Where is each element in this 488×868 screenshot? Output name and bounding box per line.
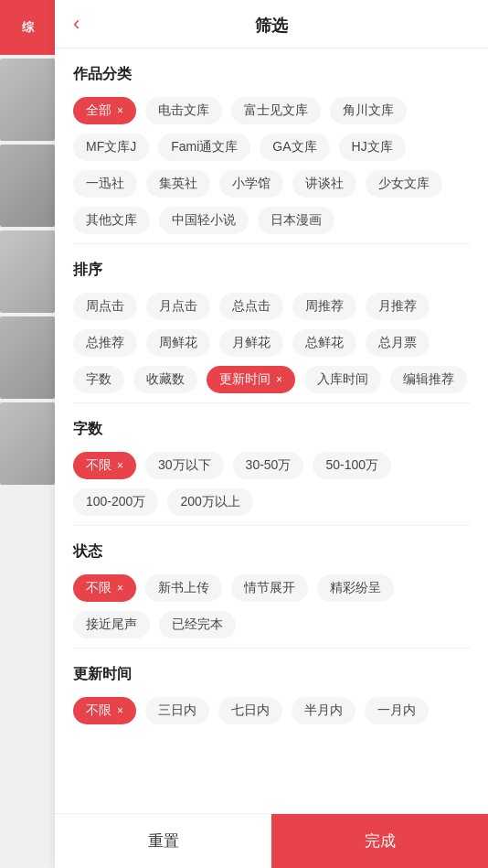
- tag-category-5[interactable]: Fami通文库: [158, 134, 250, 161]
- tag-category-7[interactable]: HJ文库: [339, 134, 406, 161]
- peek-tab-label: 综: [22, 19, 34, 36]
- tag-close-update_time-0[interactable]: ×: [117, 704, 123, 717]
- section-update_time: 更新时间不限×三日内七日内半月内一月内: [73, 648, 470, 734]
- tag-word_count-1[interactable]: 30万以下: [145, 452, 224, 479]
- tag-category-0[interactable]: 全部×: [73, 97, 136, 124]
- tag-sort-13[interactable]: 入库时间: [304, 366, 381, 393]
- tag-status-0[interactable]: 不限×: [73, 574, 136, 602]
- tags-container-update_time: 不限×三日内七日内半月内一月内: [73, 697, 470, 724]
- tag-category-4[interactable]: MF文库J: [73, 134, 149, 161]
- tag-sort-4[interactable]: 月推荐: [366, 293, 430, 320]
- tag-status-5[interactable]: 已经完本: [159, 611, 236, 638]
- tag-sort-5[interactable]: 总推荐: [73, 329, 137, 357]
- page-title: 筛选: [73, 15, 470, 37]
- tag-word_count-2[interactable]: 30-50万: [233, 452, 304, 479]
- tag-category-3[interactable]: 角川文库: [330, 97, 407, 124]
- tag-category-14[interactable]: 中国轻小说: [159, 207, 249, 234]
- tag-close-category-0[interactable]: ×: [117, 104, 123, 117]
- confirm-button[interactable]: 完成: [271, 814, 488, 868]
- tag-update_time-3[interactable]: 半月内: [292, 697, 355, 724]
- tag-sort-0[interactable]: 周点击: [73, 293, 137, 320]
- tag-close-status-0[interactable]: ×: [117, 582, 123, 595]
- tags-container-sort: 周点击月点击总点击周推荐月推荐总推荐周鲜花月鲜花总鲜花总月票字数收藏数更新时间×…: [73, 293, 470, 393]
- tag-update_time-1[interactable]: 三日内: [145, 697, 209, 724]
- tag-update_time-2[interactable]: 七日内: [218, 697, 282, 724]
- tags-container-word_count: 不限×30万以下30-50万50-100万100-200万200万以上: [73, 452, 470, 516]
- top-bar: ‹ 筛选: [55, 0, 488, 48]
- tag-status-2[interactable]: 情节展开: [231, 574, 308, 602]
- tag-category-15[interactable]: 日本漫画: [258, 207, 334, 234]
- tag-sort-12[interactable]: 更新时间×: [207, 366, 295, 393]
- tag-word_count-5[interactable]: 200万以上: [167, 488, 252, 516]
- tag-sort-1[interactable]: 月点击: [146, 293, 210, 320]
- tag-category-12[interactable]: 少女文库: [366, 170, 442, 198]
- tag-category-1[interactable]: 电击文库: [145, 97, 222, 124]
- tag-sort-10[interactable]: 字数: [73, 366, 124, 393]
- section-word_count: 字数不限×30万以下30-50万50-100万100-200万200万以上: [73, 403, 470, 526]
- tags-container-category: 全部×电击文库富士见文库角川文库MF文库JFami通文库GA文库HJ文库一迅社集…: [73, 97, 470, 234]
- tag-status-4[interactable]: 接近尾声: [73, 611, 150, 638]
- section-status: 状态不限×新书上传情节展开精彩纷呈接近尾声已经完本: [73, 526, 470, 648]
- tag-sort-6[interactable]: 周鲜花: [146, 329, 210, 357]
- section-sort: 排序周点击月点击总点击周推荐月推荐总推荐周鲜花月鲜花总鲜花总月票字数收藏数更新时…: [73, 244, 470, 403]
- tags-container-status: 不限×新书上传情节展开精彩纷呈接近尾声已经完本: [73, 574, 470, 638]
- tag-close-sort-12[interactable]: ×: [276, 373, 282, 386]
- tag-category-13[interactable]: 其他文库: [73, 207, 150, 234]
- filter-content: 作品分类全部×电击文库富士见文库角川文库MF文库JFami通文库GA文库HJ文库…: [55, 48, 488, 813]
- tag-sort-2[interactable]: 总点击: [219, 293, 283, 320]
- section-title-sort: 排序: [73, 261, 470, 280]
- tag-word_count-4[interactable]: 100-200万: [73, 488, 158, 516]
- section-title-status: 状态: [73, 542, 470, 562]
- tag-category-10[interactable]: 小学馆: [219, 170, 283, 198]
- tag-status-1[interactable]: 新书上传: [145, 574, 222, 602]
- section-title-word_count: 字数: [73, 420, 470, 439]
- tag-sort-14[interactable]: 编辑推荐: [390, 366, 467, 393]
- tag-category-2[interactable]: 富士见文库: [231, 97, 321, 124]
- tag-word_count-3[interactable]: 50-100万: [313, 452, 391, 479]
- footer-bar: 重置 完成: [55, 813, 488, 868]
- section-title-update_time: 更新时间: [73, 665, 470, 684]
- tag-category-11[interactable]: 讲谈社: [292, 170, 356, 198]
- tag-category-8[interactable]: 一迅社: [73, 170, 137, 198]
- tag-word_count-0[interactable]: 不限×: [73, 452, 136, 479]
- tag-update_time-0[interactable]: 不限×: [73, 697, 136, 724]
- tag-sort-3[interactable]: 周推荐: [292, 293, 356, 320]
- tag-category-6[interactable]: GA文库: [260, 134, 329, 161]
- back-button[interactable]: ‹: [73, 14, 80, 34]
- left-peek: 综: [0, 0, 55, 868]
- tag-status-3[interactable]: 精彩纷呈: [317, 574, 394, 602]
- tag-update_time-4[interactable]: 一月内: [365, 697, 429, 724]
- tag-sort-9[interactable]: 总月票: [366, 329, 430, 357]
- main-panel: ‹ 筛选 作品分类全部×电击文库富士见文库角川文库MF文库JFami通文库GA文…: [55, 0, 488, 868]
- tag-close-word_count-0[interactable]: ×: [117, 459, 123, 472]
- tag-sort-11[interactable]: 收藏数: [133, 366, 197, 393]
- tag-sort-8[interactable]: 总鲜花: [292, 329, 356, 357]
- tag-category-9[interactable]: 集英社: [146, 170, 210, 198]
- section-category: 作品分类全部×电击文库富士见文库角川文库MF文库JFami通文库GA文库HJ文库…: [73, 48, 470, 244]
- section-title-category: 作品分类: [73, 65, 470, 84]
- tag-sort-7[interactable]: 月鲜花: [219, 329, 283, 357]
- reset-button[interactable]: 重置: [55, 814, 271, 868]
